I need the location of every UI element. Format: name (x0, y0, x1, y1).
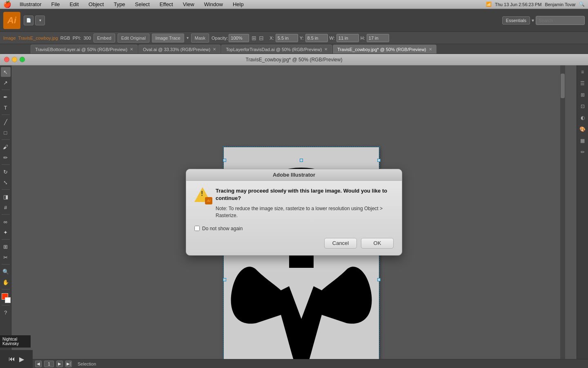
line-tool[interactable]: ╱ (1, 117, 11, 127)
hand-tool[interactable]: ✋ (1, 277, 11, 287)
alert-title: Adobe Illustrator (273, 172, 315, 178)
mask-button[interactable]: Mask (191, 34, 209, 43)
menu-file[interactable]: File (49, 1, 61, 7)
properties-panel-btn[interactable]: ☰ (578, 79, 588, 88)
menu-type[interactable]: Type (112, 1, 127, 7)
image-label: Image (3, 36, 16, 40)
media-prev-btn[interactable]: ⏮ (9, 355, 15, 363)
dont-show-checkbox[interactable] (194, 226, 200, 231)
brushes-panel-btn[interactable]: ✏ (578, 147, 588, 157)
minimize-btn[interactable] (12, 57, 17, 62)
menu-window[interactable]: Window (203, 1, 225, 7)
transform-panel-btn[interactable]: ⊡ (578, 101, 588, 111)
pen-tool[interactable]: ✒ (1, 92, 11, 102)
left-toolbar: ↖ ↗ ✒ T ╱ □ 🖌 ✏ ↻ ⤡ ◨ # ∞ ✦ ⊞ ✂ 🔍 ✋ (0, 65, 11, 359)
opacity-input[interactable] (229, 34, 249, 42)
w-input[interactable] (336, 34, 359, 42)
page-input[interactable] (44, 361, 54, 367)
tab-0[interactable]: TravisEBottomLayer.ai @ 50% (RGB/Preview… (31, 45, 138, 54)
h-label: H: (361, 36, 365, 40)
colormode-label: RGB (60, 36, 70, 40)
warning-icon: ! Ai (194, 187, 211, 204)
essentials-area: Essentials ▾ (502, 16, 585, 25)
slice-tool[interactable]: ✂ (1, 252, 11, 262)
maximize-btn[interactable] (20, 57, 25, 62)
mesh-tool[interactable]: # (1, 202, 11, 212)
zoom-tool[interactable]: 🔍 (1, 267, 11, 276)
search-icon[interactable]: 🔍 (579, 2, 585, 7)
close-btn[interactable] (4, 57, 9, 62)
alert-text-area: Tracing may proceed slowly with this lar… (216, 187, 394, 219)
blend-tool[interactable]: ∞ (1, 217, 11, 227)
y-input[interactable] (305, 34, 328, 42)
menu-object[interactable]: Object (87, 1, 106, 7)
layers-panel-btn[interactable]: ≡ (578, 67, 588, 77)
menu-effect[interactable]: Effect (158, 1, 175, 7)
pathfinder-panel-btn[interactable]: ◐ (578, 113, 588, 123)
artboard-tool[interactable]: ⊞ (1, 242, 11, 251)
warning-exclaim: ! (201, 191, 203, 197)
new-doc-btn[interactable]: 📄 (24, 16, 33, 25)
menu-illustrator[interactable]: Illustrator (18, 1, 43, 7)
traffic-lights (4, 57, 25, 62)
dont-show-label[interactable]: Do not show again (202, 226, 243, 231)
page-next-btn[interactable]: ▶ (56, 361, 63, 367)
canvas-area[interactable]: Adobe Illustrator ! Ai Tracing may proce… (11, 65, 577, 359)
swatches-panel-btn[interactable]: ▦ (578, 136, 588, 146)
scale-tool[interactable]: ⤡ (1, 177, 11, 187)
media-controls: ⏮ ▶ (0, 350, 33, 368)
image-trace-dropdown-icon[interactable]: ▾ (187, 36, 189, 40)
user-name: Benjamin Tovar (545, 2, 576, 7)
tab-0-close[interactable]: ✕ (130, 47, 133, 52)
menu-view[interactable]: View (181, 1, 196, 7)
ai-search-input[interactable] (536, 16, 585, 25)
tab-1[interactable]: Oval.ai @ 33.33% (RGB/Preview) ✕ (138, 45, 220, 54)
dialog-overlay: Adobe Illustrator ! Ai Tracing may proce… (11, 65, 577, 359)
h-input[interactable] (367, 34, 389, 42)
direct-selection-tool[interactable]: ↗ (1, 78, 11, 88)
image-trace-button[interactable]: Image Trace (152, 34, 184, 43)
gradient-tool[interactable]: ◨ (1, 192, 11, 202)
menu-edit[interactable]: Edit (68, 1, 80, 7)
apple-menu[interactable]: 🍎 (3, 0, 11, 8)
menu-select[interactable]: Select (134, 1, 151, 7)
color-panel-btn[interactable]: 🎨 (578, 124, 588, 134)
wifi-icon: 📶 (486, 2, 492, 7)
essentials-dropdown-icon[interactable]: ▾ (532, 18, 534, 23)
tab-0-label: TravisEBottomLayer.ai @ 50% (RGB/Preview… (35, 47, 127, 52)
tab-3[interactable]: TravisE_cowboy.jpg* @ 50% (RGB/Preview) … (333, 45, 436, 54)
tab-3-close[interactable]: ✕ (429, 47, 432, 52)
selection-tool[interactable]: ↖ (1, 67, 11, 77)
page-prev-btn[interactable]: ◀ (35, 361, 42, 367)
align-panel-btn[interactable]: ⊞ (578, 90, 588, 100)
type-tool[interactable]: T (1, 103, 11, 112)
x-label: X: (270, 36, 274, 40)
tab-1-label: Oval.ai @ 33.33% (RGB/Preview) (143, 47, 210, 52)
rotate-tool[interactable]: ↻ (1, 167, 11, 177)
alert-dialog: Adobe Illustrator ! Ai Tracing may proce… (186, 169, 402, 256)
media-play-btn[interactable]: ▶ (19, 355, 24, 363)
embed-button[interactable]: Embed (94, 34, 115, 43)
question-mark-tool[interactable]: ? (1, 307, 11, 317)
menu-help[interactable]: Help (231, 1, 245, 7)
ok-button[interactable]: OK (361, 238, 394, 249)
page-last-btn[interactable]: ▶| (65, 361, 72, 367)
x-input[interactable] (276, 34, 298, 42)
right-panel: ≡ ☰ ⊞ ⊡ ◐ 🎨 ▦ ✏ (577, 65, 588, 359)
alert-buttons: Cancel OK (194, 238, 394, 249)
tab-3-label: TravisE_cowboy.jpg* @ 50% (RGB/Preview) (337, 47, 426, 52)
doc-dropdown-btn[interactable]: ▾ (35, 16, 45, 25)
background-color[interactable] (5, 297, 11, 303)
ppi-label: PPI: (73, 36, 81, 40)
symbol-tool[interactable]: ✦ (1, 227, 11, 237)
essentials-btn[interactable]: Essentials (502, 16, 530, 25)
time-display: Thu 13 Jun 2:56:23 PM (495, 2, 541, 7)
paint-brush-tool[interactable]: 🖌 (1, 142, 11, 152)
rectangle-tool[interactable]: □ (1, 128, 11, 137)
cancel-button[interactable]: Cancel (324, 238, 357, 249)
pencil-tool[interactable]: ✏ (1, 153, 11, 162)
edit-original-button[interactable]: Edit Original (118, 34, 149, 43)
tab-2[interactable]: TopLayerforTravisDad.ai @ 50% (RGB/Previ… (221, 45, 332, 54)
tab-1-close[interactable]: ✕ (213, 47, 216, 52)
tab-2-close[interactable]: ✕ (324, 47, 327, 52)
